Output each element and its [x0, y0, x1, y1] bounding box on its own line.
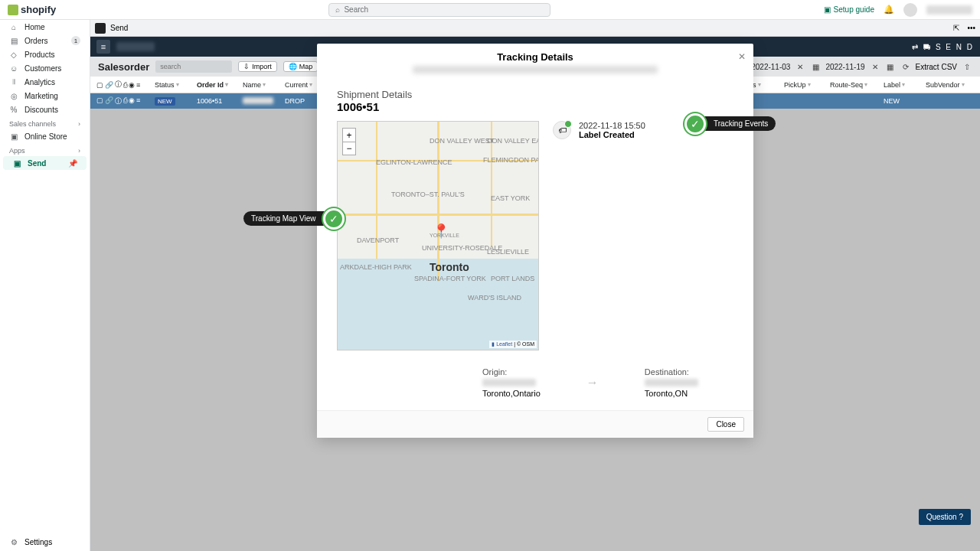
select-icon[interactable]: ▢ — [96, 96, 103, 106]
event-timestamp: 2022-11-18 15:50 — [579, 121, 645, 130]
link-icon[interactable]: 🔗 — [105, 96, 113, 106]
print-icon[interactable]: ⎙ — [123, 96, 127, 106]
clear-date-icon[interactable]: ✕ — [870, 61, 880, 72]
gear-icon: ⚙ — [9, 537, 18, 546]
brand-logo[interactable]: shopify — [8, 4, 56, 15]
zoom-out-button[interactable]: − — [342, 142, 356, 155]
info-icon[interactable]: ⓘ — [115, 96, 122, 106]
list-icon[interactable]: ≡ — [136, 96, 140, 106]
destination-city: Toronto,ON — [645, 389, 698, 398]
modal-header: Tracking Details ✕ — [317, 44, 753, 78]
nav-send-app[interactable]: ▣Send📌 — [3, 156, 87, 170]
orders-badge: 1 — [71, 36, 80, 45]
label-icon: 🏷 — [553, 121, 571, 139]
nav-customers[interactable]: ☺Customers — [0, 61, 90, 75]
discounts-icon: % — [9, 105, 18, 114]
date-from: 2022-11-03 — [751, 63, 790, 71]
more-icon[interactable]: ••• — [967, 24, 975, 32]
nav-settings[interactable]: ⚙Settings — [0, 533, 90, 551]
nav-analytics[interactable]: ⫴Analytics — [0, 75, 90, 89]
filter-icon[interactable]: ▾ — [309, 81, 312, 88]
page-title: Salesorder — [98, 61, 149, 73]
notifications-icon[interactable]: 🔔 — [884, 5, 894, 15]
filter-icon[interactable]: ▾ — [758, 81, 761, 88]
store-icon: ▣ — [9, 132, 18, 141]
pin-icon[interactable]: ⇱ — [953, 24, 959, 32]
menu-icon[interactable]: ≡ — [96, 40, 110, 54]
tracking-details-modal: Tracking Details ✕ Shipment Details 1006… — [317, 44, 753, 438]
customers-icon: ☺ — [9, 64, 18, 73]
map-button[interactable]: 🌐Map — [283, 61, 318, 72]
check-icon: ✓ — [684, 113, 706, 135]
brand-name: shopify — [21, 4, 56, 15]
status-new-cell: NEW — [884, 97, 900, 105]
loc-icon[interactable]: ◉ — [129, 96, 135, 106]
extract-csv-button[interactable]: Extract CSV — [916, 63, 957, 71]
setup-guide-link[interactable]: ▣ Setup guide — [824, 5, 874, 14]
setup-label: Setup guide — [834, 5, 874, 14]
calendar-icon[interactable]: ▦ — [810, 61, 821, 72]
callout-events: ✓ Tracking Events — [697, 116, 776, 131]
filter-icon[interactable]: ▾ — [962, 81, 965, 88]
app-title: Send — [110, 24, 128, 32]
map-zoom: + − — [342, 128, 356, 155]
section-apps: Apps› — [0, 143, 90, 156]
filter-icon[interactable]: ▾ — [225, 81, 228, 88]
select-icon[interactable]: ▢ — [96, 81, 103, 89]
globe-icon: 🌐 — [289, 63, 297, 70]
chevron-right-icon[interactable]: › — [78, 147, 80, 155]
global-search[interactable]: ⌕ Search — [328, 3, 550, 17]
close-button[interactable]: Close — [707, 417, 744, 432]
search-wrap: ⌕ Search — [56, 3, 823, 17]
marketing-icon: ◎ — [9, 91, 18, 100]
embed-title-redacted — [116, 42, 155, 51]
nav-marketing[interactable]: ◎Marketing — [0, 89, 90, 103]
event-status: Label Created — [579, 130, 645, 139]
loc-icon[interactable]: ◉ — [129, 81, 135, 89]
shopify-bag-icon — [8, 5, 18, 15]
zoom-in-button[interactable]: + — [342, 128, 356, 142]
nav-discounts[interactable]: %Discounts — [0, 103, 90, 116]
refresh-icon[interactable]: ⟳ — [900, 61, 911, 72]
info-icon[interactable]: ⓘ — [115, 80, 122, 90]
list-icon[interactable]: ≡ — [136, 81, 140, 89]
origin-redacted — [482, 379, 536, 386]
question-button[interactable]: Question ? — [919, 509, 971, 525]
filter-icon[interactable]: ▾ — [864, 81, 867, 88]
avatar[interactable] — [903, 3, 917, 17]
calendar-icon[interactable]: ▦ — [885, 61, 896, 72]
download-icon: ⇩ — [243, 63, 250, 70]
pin-icon[interactable]: 📌 — [68, 159, 77, 168]
chevron-right-icon[interactable]: › — [78, 120, 80, 128]
modal-footer: Close — [317, 410, 753, 438]
search-placeholder: Search — [344, 5, 368, 14]
map-attribution: ▮ Leaflet | © OSM — [489, 341, 537, 348]
order-search-input[interactable] — [155, 60, 232, 73]
nav-orders[interactable]: ▤Orders1 — [0, 34, 90, 47]
cart-icon: ▣ — [824, 5, 831, 14]
topbar-right: ▣ Setup guide 🔔 — [824, 3, 972, 17]
filter-icon[interactable]: ▾ — [902, 81, 905, 88]
clear-date-icon[interactable]: ✕ — [795, 61, 805, 72]
section-sales-channels: Sales channels› — [0, 116, 90, 129]
orders-icon: ▤ — [9, 36, 18, 45]
upload-icon[interactable]: ⇧ — [962, 61, 972, 72]
map-pin-icon: 📍 — [433, 223, 449, 240]
products-icon: ◇ — [9, 50, 18, 59]
nav-online-store[interactable]: ▣Online Store — [0, 129, 90, 143]
date-to: 2022-11-19 — [825, 63, 864, 71]
sidebar: ⌂Home ▤Orders1 ◇Products ☺Customers ⫴Ana… — [0, 20, 90, 551]
nav-home[interactable]: ⌂Home — [0, 20, 90, 34]
print-icon[interactable]: ⎙ — [123, 81, 127, 89]
import-button[interactable]: ⇩Import — [238, 61, 277, 72]
map-city-label: Toronto — [430, 261, 469, 273]
origin-city: Toronto,Ontario — [482, 389, 541, 398]
filter-icon[interactable]: ▾ — [176, 81, 179, 88]
link-icon[interactable]: 🔗 — [105, 81, 113, 89]
nav-products[interactable]: ◇Products — [0, 47, 90, 61]
filter-icon[interactable]: ▾ — [808, 81, 811, 88]
close-icon[interactable]: ✕ — [738, 51, 746, 62]
tracking-map[interactable]: DON VALLEY WEST DON VALLEY EAST EGLINTON… — [337, 121, 539, 350]
arrow-right-icon: → — [586, 376, 599, 390]
filter-icon[interactable]: ▾ — [263, 81, 266, 88]
